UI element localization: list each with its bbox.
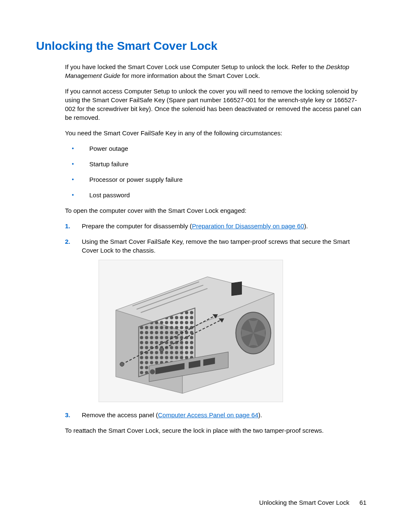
svg-rect-21: [231, 282, 242, 296]
step-text: ).: [258, 411, 262, 418]
step-number: 2.: [65, 237, 70, 246]
disassembly-link[interactable]: Preparation for Disassembly on page 60: [192, 222, 304, 230]
step-text: Using the Smart Cover FailSafe Key, remo…: [82, 238, 350, 254]
step-text: ).: [304, 222, 308, 230]
svg-point-16: [120, 362, 124, 367]
footer-title: Unlocking the Smart Cover Lock: [259, 499, 349, 506]
list-item: Power outage: [68, 144, 366, 153]
text-segment: If you have locked the Smart Cover Lock …: [65, 63, 326, 70]
list-item: Startup failure: [68, 160, 366, 168]
page-number: 61: [359, 499, 366, 506]
closing-paragraph: To reattach the Smart Cover Lock, secure…: [65, 426, 366, 435]
page-heading: Unlocking the Smart Cover Lock: [36, 38, 366, 54]
step-3: 3. Remove the access panel (Computer Acc…: [65, 411, 366, 419]
intro-paragraph-3: You need the Smart Cover FailSafe Key in…: [65, 129, 366, 137]
svg-point-19: [159, 348, 164, 352]
intro-paragraph-2: If you cannot access Computer Setup to u…: [65, 87, 366, 122]
page-footer: Unlocking the Smart Cover Lock 61: [259, 498, 366, 507]
step-number: 1.: [65, 222, 70, 230]
list-item: Processor or power supply failure: [68, 175, 366, 184]
svg-point-14: [150, 369, 155, 374]
step-text: Remove the access panel (: [82, 411, 158, 418]
instruction-intro: To open the computer cover with the Smar…: [65, 206, 366, 215]
step-1: 1. Prepare the computer for disassembly …: [65, 222, 366, 230]
circumstances-list: Power outage Startup failure Processor o…: [68, 144, 366, 199]
access-panel-link[interactable]: Computer Access Panel on page 64: [158, 411, 258, 418]
chassis-illustration: [99, 260, 283, 402]
list-item: Lost password: [68, 191, 366, 199]
steps-list: 1. Prepare the computer for disassembly …: [65, 222, 366, 419]
text-segment: for more information about the Smart Cov…: [120, 72, 260, 79]
step-2: 2. Using the Smart Cover FailSafe Key, r…: [65, 237, 366, 402]
step-text: Prepare the computer for disassembly (: [82, 222, 192, 230]
step-number: 3.: [65, 411, 70, 419]
intro-paragraph-1: If you have locked the Smart Cover Lock …: [65, 62, 366, 80]
